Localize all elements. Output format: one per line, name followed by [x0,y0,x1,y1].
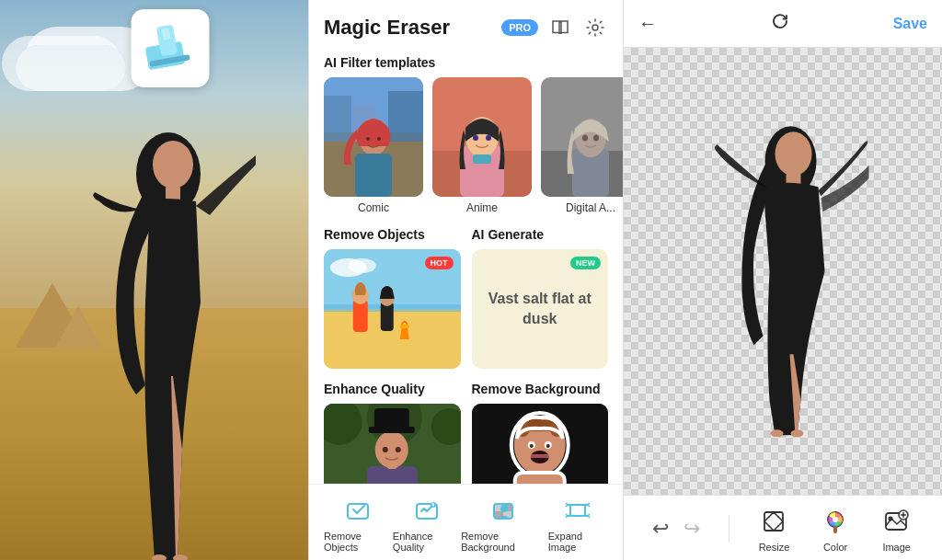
remove-background-title: Remove Background [472,382,609,404]
filter-item-digital[interactable]: Digital A... [541,77,623,214]
svg-point-34 [349,258,376,273]
color-label: Color [823,542,847,553]
enhance-quality-icon [410,494,443,527]
redo-button[interactable]: ↪ [684,517,700,541]
filter-label-anime: Anime [432,201,532,214]
svg-rect-16 [355,154,392,197]
filter-thumb-digital [541,77,623,197]
new-badge: NEW [570,257,601,269]
save-button[interactable]: Save [893,16,927,32]
svg-point-83 [775,131,812,176]
ai-generate-col: AI Generate NEW Vast salt flat at dusk [472,227,609,369]
svg-point-18 [377,137,381,141]
svg-rect-41 [400,325,409,328]
ai-generate-prompt: Vast salt flat at dusk [472,289,609,330]
back-button[interactable]: ← [638,13,657,34]
toolbar-expand-image[interactable]: Expand Image [548,494,608,553]
undo-button[interactable]: ↩ [652,517,669,541]
header-icons [547,15,608,40]
filter-label-digital: Digital A... [541,201,623,214]
svg-point-66 [546,444,549,448]
enhance-quality-label: Enhance Quality [393,531,461,553]
remove-and-generate-row: Remove Objects HOT [309,227,623,382]
filter-item-comic[interactable]: Comic [324,77,423,214]
remove-objects-col: Remove Objects HOT [324,227,461,369]
resize-icon [757,505,790,538]
resize-tool[interactable]: Resize [757,505,790,553]
svg-rect-25 [473,154,491,164]
right-separator [729,515,729,543]
svg-point-30 [582,135,588,142]
svg-point-48 [375,431,408,468]
svg-rect-87 [764,512,783,531]
svg-point-80 [500,505,508,512]
svg-point-86 [791,429,804,437]
svg-rect-37 [353,300,368,332]
cutout-figure [713,87,869,440]
right-panel-header: ← Save [624,0,942,48]
filter-thumb-anime [432,77,532,197]
right-panel: ← Save [624,0,942,560]
right-bottom-bar: ↩ ↪ Resize [624,495,942,560]
svg-point-24 [486,135,491,141]
toolbar-remove-objects[interactable]: Remove Objects [324,494,393,553]
app-icon [131,9,209,87]
remove-background-icon [488,494,521,527]
enhance-quality-title: Enhance Quality [324,382,461,404]
svg-point-23 [473,135,478,141]
svg-point-51 [383,447,388,452]
svg-rect-68 [530,454,548,458]
image-tool[interactable]: Image [880,505,913,553]
svg-point-92 [888,517,892,521]
color-icon [819,505,852,538]
remove-objects-thumb[interactable]: HOT [324,249,461,369]
filter-item-anime[interactable]: Anime [432,77,532,214]
expand-image-icon [561,494,594,527]
svg-rect-14 [388,91,423,142]
svg-rect-81 [570,505,585,516]
refresh-button[interactable] [668,11,893,36]
resize-label: Resize [759,542,790,553]
bottom-toolbar: Remove Objects Enhance Quality [309,484,623,560]
svg-point-89 [833,517,838,522]
toolbar-enhance-quality[interactable]: Enhance Quality [393,494,461,553]
ai-generate-thumb[interactable]: NEW Vast salt flat at dusk [472,249,609,369]
remove-objects-title: Remove Objects [324,227,461,249]
undo-redo-group: ↩ ↪ [652,517,700,541]
filter-thumb-comic [324,77,423,197]
ai-filter-section-title: AI Filter templates [309,50,623,77]
pro-badge[interactable]: PRO [501,19,538,36]
remove-objects-label: Remove Objects [324,531,393,553]
image-label: Image [882,542,911,553]
left-panel [0,0,308,560]
svg-point-17 [366,137,370,141]
svg-rect-90 [833,526,837,533]
book-icon-button[interactable] [547,15,573,40]
color-tool[interactable]: Color [819,505,852,553]
hot-badge: HOT [425,257,454,269]
svg-point-52 [396,447,401,452]
svg-rect-12 [324,96,351,142]
settings-icon-button[interactable] [582,15,608,40]
svg-point-85 [771,429,784,437]
app-title: Magic Eraser [324,16,492,40]
middle-header: Magic Eraser PRO [309,0,623,50]
middle-panel: Magic Eraser PRO AI Filter templates [308,0,624,560]
filter-label-comic: Comic [324,201,423,214]
svg-point-1 [153,141,193,189]
svg-point-65 [529,444,533,448]
expand-image-label: Expand Image [548,531,608,553]
right-canvas [624,48,942,495]
ai-generate-title: AI Generate [472,227,609,249]
svg-point-9 [592,25,598,30]
toolbar-remove-background[interactable]: Remove Background [461,494,548,553]
ai-filter-scroll[interactable]: Comic [309,77,623,227]
remove-background-label: Remove Background [461,531,548,553]
image-icon [880,505,913,538]
svg-rect-50 [374,408,409,429]
svg-point-31 [593,135,599,142]
person-figure [72,63,256,560]
remove-objects-icon [341,494,374,527]
